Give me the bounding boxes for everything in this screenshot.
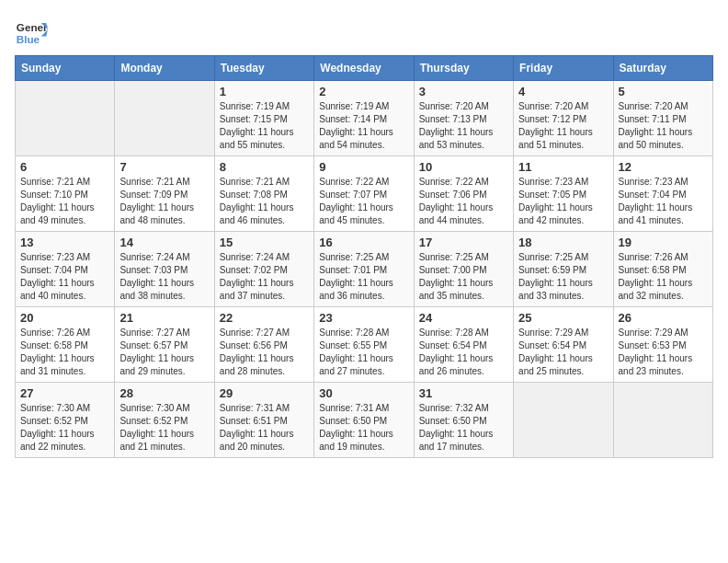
day-header-sunday: Sunday <box>16 56 115 81</box>
day-info: Sunrise: 7:28 AM Sunset: 6:55 PM Dayligh… <box>319 327 408 378</box>
day-number: 23 <box>319 311 408 325</box>
calendar-cell: 29Sunrise: 7:31 AM Sunset: 6:51 PM Dayli… <box>214 383 313 458</box>
day-header-tuesday: Tuesday <box>214 56 313 81</box>
day-number: 19 <box>619 236 708 249</box>
day-header-monday: Monday <box>115 56 214 81</box>
calendar-cell: 15Sunrise: 7:24 AM Sunset: 7:02 PM Dayli… <box>214 232 313 307</box>
calendar-cell: 11Sunrise: 7:23 AM Sunset: 7:05 PM Dayli… <box>514 156 613 232</box>
day-info: Sunrise: 7:31 AM Sunset: 6:51 PM Dayligh… <box>220 402 309 454</box>
calendar-week-4: 20Sunrise: 7:26 AM Sunset: 6:58 PM Dayli… <box>16 307 713 383</box>
day-number: 18 <box>518 236 608 249</box>
day-info: Sunrise: 7:20 AM Sunset: 7:12 PM Dayligh… <box>518 100 608 152</box>
day-info: Sunrise: 7:27 AM Sunset: 6:56 PM Dayligh… <box>220 327 309 378</box>
day-number: 22 <box>220 311 309 325</box>
calendar-cell: 4Sunrise: 7:20 AM Sunset: 7:12 PM Daylig… <box>514 81 613 156</box>
calendar-cell: 28Sunrise: 7:30 AM Sunset: 6:52 PM Dayli… <box>115 383 214 458</box>
day-header-wednesday: Wednesday <box>314 56 414 81</box>
calendar-cell: 17Sunrise: 7:25 AM Sunset: 7:00 PM Dayli… <box>414 232 513 307</box>
day-number: 12 <box>619 160 708 174</box>
calendar-cell: 14Sunrise: 7:24 AM Sunset: 7:03 PM Dayli… <box>115 232 214 307</box>
calendar-cell <box>613 383 712 458</box>
calendar-week-2: 6Sunrise: 7:21 AM Sunset: 7:10 PM Daylig… <box>16 156 713 232</box>
day-info: Sunrise: 7:22 AM Sunset: 7:06 PM Dayligh… <box>419 176 508 227</box>
day-info: Sunrise: 7:23 AM Sunset: 7:04 PM Dayligh… <box>20 251 109 303</box>
calendar-week-1: 1Sunrise: 7:19 AM Sunset: 7:15 PM Daylig… <box>16 81 713 156</box>
calendar-week-3: 13Sunrise: 7:23 AM Sunset: 7:04 PM Dayli… <box>16 232 713 307</box>
day-info: Sunrise: 7:24 AM Sunset: 7:03 PM Dayligh… <box>119 251 209 303</box>
day-number: 8 <box>220 160 309 174</box>
day-info: Sunrise: 7:29 AM Sunset: 6:54 PM Dayligh… <box>518 327 608 378</box>
day-info: Sunrise: 7:20 AM Sunset: 7:11 PM Dayligh… <box>619 100 708 152</box>
calendar-cell: 7Sunrise: 7:21 AM Sunset: 7:09 PM Daylig… <box>115 156 214 232</box>
calendar-cell <box>115 81 214 156</box>
day-info: Sunrise: 7:22 AM Sunset: 7:07 PM Dayligh… <box>319 176 408 227</box>
calendar-cell: 16Sunrise: 7:25 AM Sunset: 7:01 PM Dayli… <box>314 232 414 307</box>
day-number: 3 <box>419 85 508 98</box>
day-info: Sunrise: 7:24 AM Sunset: 7:02 PM Dayligh… <box>220 251 309 303</box>
day-number: 24 <box>419 311 508 325</box>
calendar-table: SundayMondayTuesdayWednesdayThursdayFrid… <box>15 55 713 458</box>
calendar-cell: 9Sunrise: 7:22 AM Sunset: 7:07 PM Daylig… <box>314 156 414 232</box>
day-number: 7 <box>119 160 209 174</box>
day-header-thursday: Thursday <box>414 56 513 81</box>
day-info: Sunrise: 7:30 AM Sunset: 6:52 PM Dayligh… <box>20 402 109 454</box>
day-info: Sunrise: 7:23 AM Sunset: 7:04 PM Dayligh… <box>619 176 708 227</box>
calendar-cell: 23Sunrise: 7:28 AM Sunset: 6:55 PM Dayli… <box>314 307 414 383</box>
day-info: Sunrise: 7:20 AM Sunset: 7:13 PM Dayligh… <box>419 100 508 152</box>
calendar-cell: 1Sunrise: 7:19 AM Sunset: 7:15 PM Daylig… <box>214 81 313 156</box>
day-info: Sunrise: 7:31 AM Sunset: 6:50 PM Dayligh… <box>319 402 408 454</box>
calendar-cell: 25Sunrise: 7:29 AM Sunset: 6:54 PM Dayli… <box>514 307 613 383</box>
calendar-week-5: 27Sunrise: 7:30 AM Sunset: 6:52 PM Dayli… <box>16 383 713 458</box>
day-number: 25 <box>518 311 608 325</box>
day-number: 2 <box>319 85 408 98</box>
day-number: 1 <box>220 85 309 98</box>
day-info: Sunrise: 7:29 AM Sunset: 6:53 PM Dayligh… <box>619 327 708 378</box>
svg-text:General: General <box>17 21 48 33</box>
day-number: 4 <box>518 85 608 98</box>
day-number: 28 <box>119 386 209 400</box>
day-info: Sunrise: 7:21 AM Sunset: 7:09 PM Dayligh… <box>119 176 209 227</box>
day-number: 16 <box>319 236 408 249</box>
day-number: 31 <box>419 386 508 400</box>
day-header-friday: Friday <box>514 56 613 81</box>
calendar-cell: 18Sunrise: 7:25 AM Sunset: 6:59 PM Dayli… <box>514 232 613 307</box>
calendar-cell: 12Sunrise: 7:23 AM Sunset: 7:04 PM Dayli… <box>613 156 712 232</box>
day-info: Sunrise: 7:26 AM Sunset: 6:58 PM Dayligh… <box>20 327 109 378</box>
day-number: 15 <box>220 236 309 249</box>
day-info: Sunrise: 7:27 AM Sunset: 6:57 PM Dayligh… <box>119 327 209 378</box>
day-info: Sunrise: 7:19 AM Sunset: 7:15 PM Dayligh… <box>220 100 309 152</box>
calendar-cell: 3Sunrise: 7:20 AM Sunset: 7:13 PM Daylig… <box>414 81 513 156</box>
calendar-cell: 2Sunrise: 7:19 AM Sunset: 7:14 PM Daylig… <box>314 81 414 156</box>
calendar-cell: 5Sunrise: 7:20 AM Sunset: 7:11 PM Daylig… <box>613 81 712 156</box>
calendar-cell: 31Sunrise: 7:32 AM Sunset: 6:50 PM Dayli… <box>414 383 513 458</box>
day-number: 13 <box>20 236 109 249</box>
calendar-cell: 30Sunrise: 7:31 AM Sunset: 6:50 PM Dayli… <box>314 383 414 458</box>
day-number: 17 <box>419 236 508 249</box>
logo: General Blue <box>15 15 48 48</box>
calendar-body: 1Sunrise: 7:19 AM Sunset: 7:15 PM Daylig… <box>16 81 713 458</box>
day-info: Sunrise: 7:19 AM Sunset: 7:14 PM Dayligh… <box>319 100 408 152</box>
day-number: 10 <box>419 160 508 174</box>
day-number: 30 <box>319 386 408 400</box>
calendar-header-row: SundayMondayTuesdayWednesdayThursdayFrid… <box>16 56 713 81</box>
day-number: 9 <box>319 160 408 174</box>
calendar-cell: 8Sunrise: 7:21 AM Sunset: 7:08 PM Daylig… <box>214 156 313 232</box>
day-info: Sunrise: 7:25 AM Sunset: 7:00 PM Dayligh… <box>419 251 508 303</box>
calendar-cell: 6Sunrise: 7:21 AM Sunset: 7:10 PM Daylig… <box>16 156 115 232</box>
calendar-cell: 27Sunrise: 7:30 AM Sunset: 6:52 PM Dayli… <box>16 383 115 458</box>
day-number: 29 <box>220 386 309 400</box>
page-header: General Blue <box>15 15 713 48</box>
logo-icon: General Blue <box>15 15 48 48</box>
day-number: 6 <box>20 160 109 174</box>
calendar-cell: 21Sunrise: 7:27 AM Sunset: 6:57 PM Dayli… <box>115 307 214 383</box>
calendar-cell: 20Sunrise: 7:26 AM Sunset: 6:58 PM Dayli… <box>16 307 115 383</box>
svg-text:Blue: Blue <box>17 33 40 45</box>
day-info: Sunrise: 7:25 AM Sunset: 7:01 PM Dayligh… <box>319 251 408 303</box>
calendar-cell: 13Sunrise: 7:23 AM Sunset: 7:04 PM Dayli… <box>16 232 115 307</box>
day-number: 14 <box>119 236 209 249</box>
calendar-cell: 10Sunrise: 7:22 AM Sunset: 7:06 PM Dayli… <box>414 156 513 232</box>
calendar-cell <box>514 383 613 458</box>
day-number: 11 <box>518 160 608 174</box>
day-number: 20 <box>20 311 109 325</box>
day-number: 26 <box>619 311 708 325</box>
